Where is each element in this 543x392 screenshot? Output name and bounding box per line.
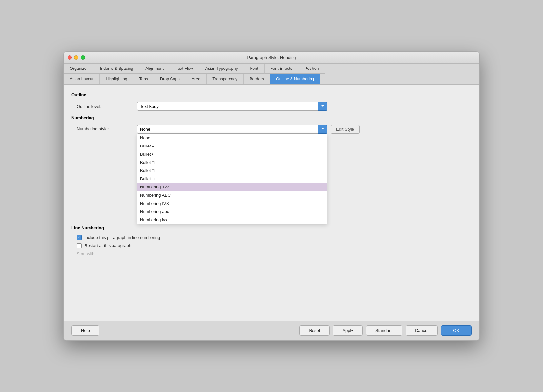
help-button[interactable]: Help [71,325,99,336]
apply-button[interactable]: Apply [333,325,363,336]
tab-asian-layout[interactable]: Asian Layout [64,74,100,84]
ok-button[interactable]: OK [441,325,472,336]
tab-alignment[interactable]: Alignment [139,64,170,74]
tabs-row-2: Asian Layout Highlighting Tabs Drop Caps… [64,74,479,85]
dropdown-item-bullet-sq1[interactable]: Bullet □ [137,158,327,167]
tab-text-flow[interactable]: Text Flow [170,64,199,74]
tab-area[interactable]: Area [186,74,207,84]
outline-header: Outline [71,92,472,97]
dialog-window: Paragraph Style: Heading Organizer Inden… [63,51,480,341]
outline-level-row: Outline level: Text Body [71,102,472,111]
dropdown-item-numbering-ivx-upper[interactable]: Numbering IVX [137,199,327,207]
tab-font-effects[interactable]: Font Effects [265,64,298,74]
outline-level-control: Text Body [137,102,472,111]
include-checkbox[interactable] [77,235,82,240]
dropdown-item-numbering-ivx-lower[interactable]: Numbering ivx [137,216,327,224]
tabs-row-1: Organizer Indents & Spacing Alignment Te… [64,64,479,74]
cancel-button[interactable]: Cancel [406,325,438,336]
dropdown-item-bullet-dot[interactable]: Bullet • [137,150,327,158]
minimize-button[interactable] [74,55,78,60]
tab-highlighting[interactable]: Highlighting [100,74,133,84]
dropdown-item-bullet-sq3[interactable]: Bullet □ [137,175,327,183]
tab-asian-typography[interactable]: Asian Typography [199,64,244,74]
tab-drop-caps[interactable]: Drop Caps [154,74,186,84]
tab-organizer[interactable]: Organizer [64,64,94,74]
close-button[interactable] [68,55,72,60]
tab-indents-spacing[interactable]: Indents & Spacing [94,64,139,74]
window-controls [68,55,85,60]
include-checkbox-row: Include this paragraph in line numbering [71,235,472,240]
numbering-style-select[interactable]: None [137,125,327,134]
numbering-dropdown-list: None Bullet – Bullet • Bullet □ Bullet □… [137,134,327,224]
action-buttons: Reset Apply Standard Cancel OK [299,325,472,336]
dropdown-item-numbering-123[interactable]: Numbering 123 [137,183,327,191]
tab-font[interactable]: Font [244,64,265,74]
line-numbering-header: Line Numbering [71,225,472,230]
content-area: Outline Outline level: Text Body Numberi… [64,85,479,321]
numbering-style-control: None None Bullet – Bullet • Bullet □ Bul… [137,125,472,134]
window-title: Paragraph Style: Heading [247,55,296,60]
restart-checkbox-row: Restart at this paragraph [71,243,472,248]
dropdown-item-none[interactable]: None [137,134,327,142]
start-with-row: Start with: [71,251,472,256]
dropdown-item-bullet-dash[interactable]: Bullet – [137,142,327,150]
restart-checkbox[interactable] [77,243,82,248]
dropdown-item-bullet-sq2[interactable]: Bullet □ [137,167,327,175]
maximize-button[interactable] [81,55,85,60]
numbering-style-select-wrapper: None None Bullet – Bullet • Bullet □ Bul… [137,125,327,134]
outline-level-select-wrapper: Text Body [137,102,327,111]
edit-style-button[interactable]: Edit Style [331,125,360,134]
numbering-section: Numbering Numbering style: None None Bul… [71,115,472,134]
restart-checkbox-label: Restart at this paragraph [84,243,131,248]
dropdown-item-numbering-abc-lower[interactable]: Numbering abc [137,207,327,216]
tab-position[interactable]: Position [298,64,325,74]
tab-transparency[interactable]: Transparency [207,74,244,84]
tab-borders[interactable]: Borders [244,74,270,84]
tab-outline-numbering[interactable]: Outline & Numbering [270,74,320,84]
titlebar: Paragraph Style: Heading [64,52,479,64]
line-numbering-section: Line Numbering Include this paragraph in… [71,225,472,256]
bottom-bar: Help Reset Apply Standard Cancel OK [64,321,479,340]
outline-level-label: Outline level: [71,104,137,109]
standard-button[interactable]: Standard [366,325,402,336]
numbering-style-label: Numbering style: [71,125,137,131]
reset-button[interactable]: Reset [299,325,330,336]
numbering-style-row: Numbering style: None None Bullet – Bull… [71,125,472,134]
start-with-label: Start with: [77,251,103,256]
outline-level-select[interactable]: Text Body [137,102,327,111]
numbering-header: Numbering [71,115,472,120]
outline-section: Outline Outline level: Text Body [71,92,472,111]
dropdown-item-numbering-abc-upper[interactable]: Numbering ABC [137,191,327,199]
include-checkbox-label: Include this paragraph in line numbering [84,235,160,240]
tab-tabs[interactable]: Tabs [133,74,154,84]
